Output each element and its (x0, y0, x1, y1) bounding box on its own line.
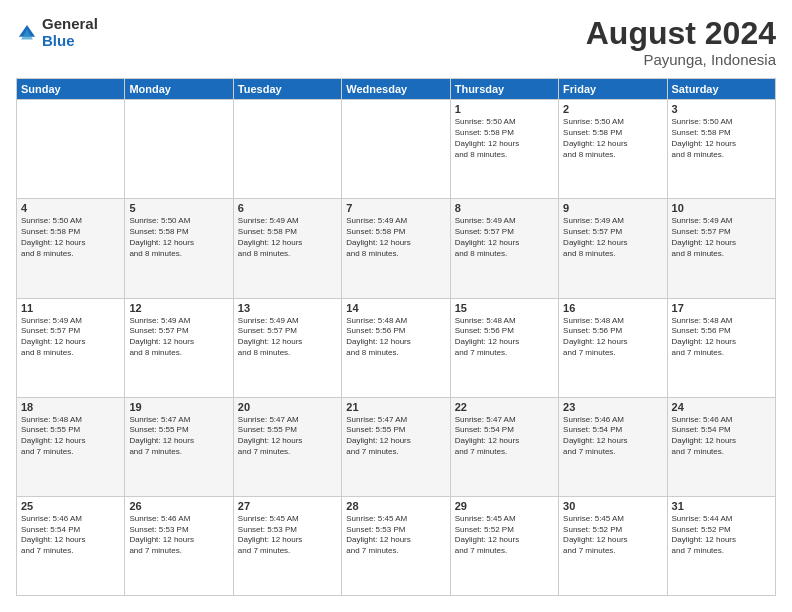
calendar-day-cell: 29Sunrise: 5:45 AM Sunset: 5:52 PM Dayli… (450, 496, 558, 595)
day-number: 10 (672, 202, 771, 214)
day-number: 16 (563, 302, 662, 314)
day-info: Sunrise: 5:50 AM Sunset: 5:58 PM Dayligh… (563, 117, 662, 160)
calendar-day-cell: 17Sunrise: 5:48 AM Sunset: 5:56 PM Dayli… (667, 298, 775, 397)
day-info: Sunrise: 5:49 AM Sunset: 5:57 PM Dayligh… (672, 216, 771, 259)
calendar-week-row: 18Sunrise: 5:48 AM Sunset: 5:55 PM Dayli… (17, 397, 776, 496)
day-number: 9 (563, 202, 662, 214)
calendar-day-cell (342, 100, 450, 199)
calendar-week-row: 25Sunrise: 5:46 AM Sunset: 5:54 PM Dayli… (17, 496, 776, 595)
day-number: 29 (455, 500, 554, 512)
day-info: Sunrise: 5:49 AM Sunset: 5:57 PM Dayligh… (238, 316, 337, 359)
calendar-day-cell: 2Sunrise: 5:50 AM Sunset: 5:58 PM Daylig… (559, 100, 667, 199)
calendar-day-cell: 30Sunrise: 5:45 AM Sunset: 5:52 PM Dayli… (559, 496, 667, 595)
day-info: Sunrise: 5:50 AM Sunset: 5:58 PM Dayligh… (129, 216, 228, 259)
calendar-day-cell: 19Sunrise: 5:47 AM Sunset: 5:55 PM Dayli… (125, 397, 233, 496)
day-number: 3 (672, 103, 771, 115)
calendar-day-cell: 12Sunrise: 5:49 AM Sunset: 5:57 PM Dayli… (125, 298, 233, 397)
day-info: Sunrise: 5:44 AM Sunset: 5:52 PM Dayligh… (672, 514, 771, 557)
calendar-day-cell (233, 100, 341, 199)
calendar-header-thursday: Thursday (450, 79, 558, 100)
day-number: 5 (129, 202, 228, 214)
calendar-day-cell: 3Sunrise: 5:50 AM Sunset: 5:58 PM Daylig… (667, 100, 775, 199)
day-number: 15 (455, 302, 554, 314)
calendar-day-cell: 25Sunrise: 5:46 AM Sunset: 5:54 PM Dayli… (17, 496, 125, 595)
day-info: Sunrise: 5:45 AM Sunset: 5:53 PM Dayligh… (346, 514, 445, 557)
calendar-day-cell: 18Sunrise: 5:48 AM Sunset: 5:55 PM Dayli… (17, 397, 125, 496)
calendar-week-row: 11Sunrise: 5:49 AM Sunset: 5:57 PM Dayli… (17, 298, 776, 397)
day-number: 22 (455, 401, 554, 413)
day-number: 21 (346, 401, 445, 413)
day-number: 2 (563, 103, 662, 115)
day-info: Sunrise: 5:48 AM Sunset: 5:56 PM Dayligh… (672, 316, 771, 359)
calendar-day-cell: 13Sunrise: 5:49 AM Sunset: 5:57 PM Dayli… (233, 298, 341, 397)
subtitle: Payunga, Indonesia (586, 51, 776, 68)
day-info: Sunrise: 5:45 AM Sunset: 5:52 PM Dayligh… (455, 514, 554, 557)
calendar-day-cell: 14Sunrise: 5:48 AM Sunset: 5:56 PM Dayli… (342, 298, 450, 397)
day-number: 31 (672, 500, 771, 512)
calendar-day-cell: 28Sunrise: 5:45 AM Sunset: 5:53 PM Dayli… (342, 496, 450, 595)
calendar-day-cell: 6Sunrise: 5:49 AM Sunset: 5:58 PM Daylig… (233, 199, 341, 298)
day-info: Sunrise: 5:48 AM Sunset: 5:55 PM Dayligh… (21, 415, 120, 458)
day-number: 28 (346, 500, 445, 512)
calendar-day-cell: 10Sunrise: 5:49 AM Sunset: 5:57 PM Dayli… (667, 199, 775, 298)
day-number: 25 (21, 500, 120, 512)
day-info: Sunrise: 5:48 AM Sunset: 5:56 PM Dayligh… (346, 316, 445, 359)
day-info: Sunrise: 5:46 AM Sunset: 5:54 PM Dayligh… (672, 415, 771, 458)
calendar-day-cell: 31Sunrise: 5:44 AM Sunset: 5:52 PM Dayli… (667, 496, 775, 595)
day-number: 6 (238, 202, 337, 214)
calendar-header-friday: Friday (559, 79, 667, 100)
logo-text: General Blue (42, 16, 98, 49)
day-info: Sunrise: 5:48 AM Sunset: 5:56 PM Dayligh… (455, 316, 554, 359)
day-number: 19 (129, 401, 228, 413)
day-info: Sunrise: 5:49 AM Sunset: 5:57 PM Dayligh… (563, 216, 662, 259)
calendar-header-row: SundayMondayTuesdayWednesdayThursdayFrid… (17, 79, 776, 100)
calendar-day-cell: 8Sunrise: 5:49 AM Sunset: 5:57 PM Daylig… (450, 199, 558, 298)
header: General Blue August 2024 Payunga, Indone… (16, 16, 776, 68)
page: General Blue August 2024 Payunga, Indone… (0, 0, 792, 612)
day-info: Sunrise: 5:50 AM Sunset: 5:58 PM Dayligh… (672, 117, 771, 160)
calendar-day-cell: 15Sunrise: 5:48 AM Sunset: 5:56 PM Dayli… (450, 298, 558, 397)
day-number: 20 (238, 401, 337, 413)
day-info: Sunrise: 5:46 AM Sunset: 5:54 PM Dayligh… (563, 415, 662, 458)
calendar-day-cell: 21Sunrise: 5:47 AM Sunset: 5:55 PM Dayli… (342, 397, 450, 496)
title-block: August 2024 Payunga, Indonesia (586, 16, 776, 68)
day-info: Sunrise: 5:50 AM Sunset: 5:58 PM Dayligh… (21, 216, 120, 259)
calendar-day-cell: 20Sunrise: 5:47 AM Sunset: 5:55 PM Dayli… (233, 397, 341, 496)
calendar-week-row: 1Sunrise: 5:50 AM Sunset: 5:58 PM Daylig… (17, 100, 776, 199)
day-info: Sunrise: 5:49 AM Sunset: 5:58 PM Dayligh… (346, 216, 445, 259)
day-info: Sunrise: 5:49 AM Sunset: 5:57 PM Dayligh… (21, 316, 120, 359)
day-number: 24 (672, 401, 771, 413)
day-number: 18 (21, 401, 120, 413)
calendar-day-cell: 26Sunrise: 5:46 AM Sunset: 5:53 PM Dayli… (125, 496, 233, 595)
calendar-day-cell: 4Sunrise: 5:50 AM Sunset: 5:58 PM Daylig… (17, 199, 125, 298)
day-info: Sunrise: 5:49 AM Sunset: 5:57 PM Dayligh… (129, 316, 228, 359)
day-info: Sunrise: 5:47 AM Sunset: 5:55 PM Dayligh… (129, 415, 228, 458)
logo-icon (16, 22, 38, 44)
day-number: 1 (455, 103, 554, 115)
day-info: Sunrise: 5:47 AM Sunset: 5:55 PM Dayligh… (346, 415, 445, 458)
day-number: 26 (129, 500, 228, 512)
calendar-day-cell (17, 100, 125, 199)
logo: General Blue (16, 16, 98, 49)
day-number: 4 (21, 202, 120, 214)
calendar-day-cell: 24Sunrise: 5:46 AM Sunset: 5:54 PM Dayli… (667, 397, 775, 496)
day-number: 30 (563, 500, 662, 512)
day-info: Sunrise: 5:46 AM Sunset: 5:53 PM Dayligh… (129, 514, 228, 557)
logo-general: General (42, 16, 98, 33)
logo-blue: Blue (42, 33, 98, 50)
day-info: Sunrise: 5:47 AM Sunset: 5:54 PM Dayligh… (455, 415, 554, 458)
calendar-day-cell: 5Sunrise: 5:50 AM Sunset: 5:58 PM Daylig… (125, 199, 233, 298)
calendar-day-cell: 23Sunrise: 5:46 AM Sunset: 5:54 PM Dayli… (559, 397, 667, 496)
day-number: 7 (346, 202, 445, 214)
day-number: 11 (21, 302, 120, 314)
day-number: 12 (129, 302, 228, 314)
day-number: 27 (238, 500, 337, 512)
calendar-week-row: 4Sunrise: 5:50 AM Sunset: 5:58 PM Daylig… (17, 199, 776, 298)
calendar-day-cell: 7Sunrise: 5:49 AM Sunset: 5:58 PM Daylig… (342, 199, 450, 298)
calendar-day-cell: 11Sunrise: 5:49 AM Sunset: 5:57 PM Dayli… (17, 298, 125, 397)
calendar-day-cell: 27Sunrise: 5:45 AM Sunset: 5:53 PM Dayli… (233, 496, 341, 595)
calendar-table: SundayMondayTuesdayWednesdayThursdayFrid… (16, 78, 776, 596)
day-number: 14 (346, 302, 445, 314)
calendar-header-wednesday: Wednesday (342, 79, 450, 100)
calendar-day-cell: 9Sunrise: 5:49 AM Sunset: 5:57 PM Daylig… (559, 199, 667, 298)
